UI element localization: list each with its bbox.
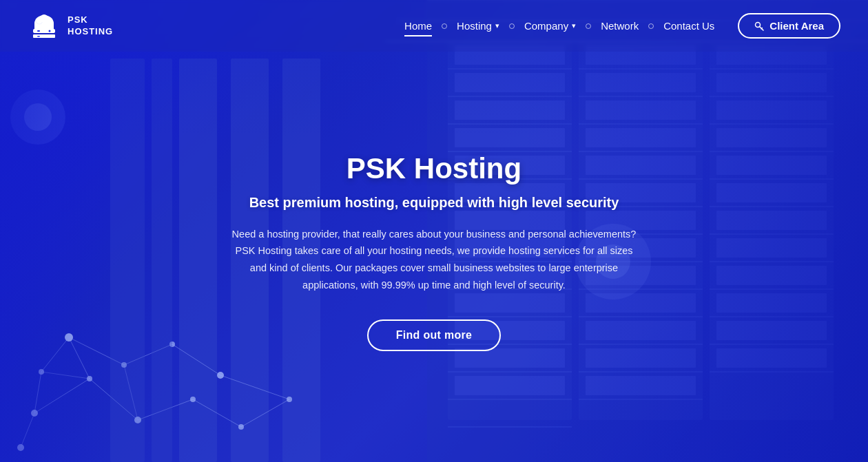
hero-title: PSK Hosting — [347, 152, 521, 185]
nav-item-hosting[interactable]: Hosting — [451, 17, 505, 34]
svg-point-129 — [49, 30, 51, 32]
main-nav: Home Hosting Company Network Contact Us … — [399, 13, 840, 39]
svg-point-133 — [45, 17, 52, 24]
find-out-more-button[interactable]: Find out more — [367, 319, 502, 351]
nav-separator-4 — [648, 23, 654, 29]
hero-content: PSK Hosting Best premium hosting, equipp… — [0, 0, 868, 462]
svg-rect-125 — [33, 34, 55, 38]
header: PSK HOSTING Home Hosting Company Network… — [0, 0, 868, 52]
nav-item-company[interactable]: Company — [519, 17, 581, 34]
hero-subtitle: Best premium hosting, equipped with high… — [249, 195, 619, 211]
svg-rect-128 — [37, 30, 40, 32]
client-area-label: Client Area — [769, 20, 824, 32]
logo[interactable]: PSK HOSTING — [28, 10, 113, 43]
svg-rect-130 — [37, 36, 40, 37]
logo-tagline: HOSTING — [68, 26, 113, 38]
logo-icon — [28, 10, 61, 43]
nav-separator-1 — [442, 23, 447, 29]
nav-separator-3 — [586, 23, 591, 29]
nav-item-network[interactable]: Network — [595, 17, 644, 34]
logo-text: PSK HOSTING — [68, 14, 113, 38]
hero-description: Need a hosting provider, that really car… — [227, 226, 641, 294]
nav-separator-2 — [509, 23, 515, 29]
svg-rect-127 — [34, 23, 54, 29]
nav-item-contact[interactable]: Contact Us — [658, 17, 720, 34]
hero-section: PSK HOSTING Home Hosting Company Network… — [0, 0, 868, 462]
key-icon — [754, 21, 764, 31]
nav-item-home[interactable]: Home — [399, 17, 437, 34]
client-area-button[interactable]: Client Area — [738, 13, 840, 39]
logo-company: PSK — [68, 14, 113, 26]
